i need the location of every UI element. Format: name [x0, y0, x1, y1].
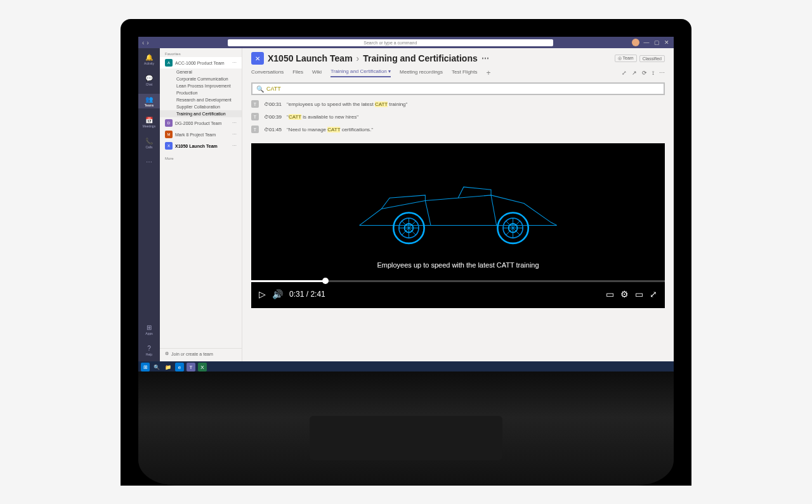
rail-teams[interactable]: 👥 Teams: [138, 94, 160, 108]
team-badge: X: [165, 142, 173, 150]
help-icon: ?: [145, 344, 153, 352]
rail-more[interactable]: ⋯: [138, 157, 160, 167]
transcript-badge-icon: T: [251, 113, 259, 120]
taskbar-teams-icon[interactable]: T: [187, 363, 195, 372]
channel-lean[interactable]: Lean Process Improvement: [160, 82, 242, 89]
rail-help[interactable]: ? Help: [138, 343, 160, 358]
taskbar-excel-icon[interactable]: X: [198, 363, 207, 372]
start-button[interactable]: ⊞: [141, 363, 150, 372]
join-create-team[interactable]: ⚙ Join or create a team: [160, 348, 242, 359]
team-more-icon[interactable]: ⋯: [232, 120, 237, 126]
pin-icon[interactable]: ⟟: [652, 70, 654, 77]
team-name: DG-2000 Product Team: [175, 121, 221, 126]
taskbar-edge-icon[interactable]: e: [175, 363, 184, 372]
taskbar-explorer-icon[interactable]: 📁: [164, 363, 173, 372]
video-progress[interactable]: [251, 280, 665, 282]
channel-tabs: Conversations Files Wiki Training and Ce…: [251, 68, 665, 77]
theater-icon[interactable]: ▭: [635, 289, 643, 299]
nav-forward-icon[interactable]: ›: [147, 39, 148, 46]
command-search-placeholder: Search or type a command: [363, 41, 417, 45]
laptop-frame: ‹ › Search or type a command — ▢ ✕ 🔔 Act…: [121, 19, 691, 486]
result-timestamp: ⏱01:45: [264, 127, 282, 132]
tab-meeting-recordings[interactable]: Meeting recordings: [400, 69, 443, 77]
refresh-icon[interactable]: ⟳: [642, 70, 647, 77]
titlebar: ‹ › Search or type a command — ▢ ✕: [138, 37, 674, 48]
tab-files[interactable]: Files: [292, 69, 303, 77]
video-canvas[interactable]: Employees up to speed with the latest CA…: [251, 143, 665, 280]
crumb-channel: Training and Certificiations: [363, 53, 477, 63]
play-icon[interactable]: ▷: [259, 289, 266, 299]
result-row[interactable]: T ⏱00:39 "CATT is available to new hires…: [251, 113, 665, 120]
more-icon[interactable]: ⋯: [481, 54, 489, 63]
video-player: Employees up to speed with the latest CA…: [251, 143, 665, 308]
team-mark8[interactable]: M Mark 8 Project Team ⋯: [160, 129, 242, 140]
screen: ‹ › Search or type a command — ▢ ✕ 🔔 Act…: [138, 37, 674, 373]
result-row[interactable]: T ⏱00:31 "employees up to speed with the…: [251, 100, 665, 108]
expand-icon[interactable]: ⤢: [622, 70, 627, 77]
tab-training[interactable]: Training and Certification ▾: [331, 68, 391, 77]
sidebar: Favorites A ACC-1000 Product Team ⋯ Gene…: [160, 48, 242, 361]
more-icon[interactable]: ⋯: [659, 70, 665, 77]
progress-thumb[interactable]: [322, 278, 329, 284]
team-name: X1050 Launch Team: [175, 144, 218, 148]
chevron-down-icon: ▾: [388, 68, 391, 74]
result-row[interactable]: T ⏱01:45 "Need to manage CATT certificat…: [251, 126, 665, 133]
team-x1050[interactable]: X X1050 Launch Team ⋯: [160, 140, 242, 152]
transcript-search[interactable]: 🔍: [251, 82, 665, 95]
team-dg2000[interactable]: D DG-2000 Product Team ⋯: [160, 117, 242, 129]
channel-production[interactable]: Production: [160, 89, 242, 96]
channel-supplier[interactable]: Supplier Collaboration: [160, 103, 242, 110]
fullscreen-icon[interactable]: ⤢: [650, 289, 657, 299]
transcript-search-input[interactable]: [266, 86, 660, 92]
rail-apps[interactable]: ⊞ Apps: [138, 322, 160, 337]
channel-corpcomm[interactable]: Corporate Communication: [160, 75, 242, 82]
team-badge: M: [165, 131, 173, 138]
video-controls: ▷ 🔊 0:31 / 2:41 ▭ ⚙ ▭ ⤢: [251, 280, 665, 308]
avatar[interactable]: [632, 39, 639, 46]
volume-icon[interactable]: 🔊: [272, 289, 283, 299]
more-icon: ⋯: [145, 158, 153, 165]
taskbar-search-icon[interactable]: 🔍: [152, 363, 161, 372]
bell-icon: 🔔: [145, 53, 153, 61]
search-results: T ⏱00:31 "employees up to speed with the…: [251, 100, 665, 133]
maximize-icon[interactable]: ▢: [653, 39, 660, 46]
minimize-icon[interactable]: —: [643, 39, 650, 46]
team-more-icon[interactable]: ⋯: [232, 143, 237, 148]
tab-test-flights[interactable]: Test Flights: [452, 69, 477, 77]
channel-research[interactable]: Research and Development: [160, 96, 242, 103]
classified-pill[interactable]: Classified: [639, 55, 665, 62]
keyboard: [138, 372, 674, 486]
popout-icon[interactable]: ↗: [632, 70, 637, 77]
nav-back-icon[interactable]: ‹: [142, 39, 144, 46]
channel-training[interactable]: Training and Certification: [160, 110, 242, 117]
team-badge: D: [165, 119, 173, 127]
calendar-icon: 📅: [145, 116, 153, 124]
tab-wiki[interactable]: Wiki: [312, 69, 322, 77]
team-big-badge: ✕: [251, 52, 264, 65]
sidebar-more[interactable]: More: [160, 155, 242, 162]
rail-calls[interactable]: 📞 Calls: [138, 136, 160, 150]
crumb-team[interactable]: X1050 Launch Team: [268, 53, 353, 63]
video-graphic: [313, 171, 603, 253]
team-badge: A: [165, 59, 173, 67]
sidebar-favorites-label: Favorites: [160, 51, 242, 57]
settings-icon[interactable]: ⚙: [620, 289, 629, 299]
team-more-icon[interactable]: ⋯: [232, 60, 237, 65]
phone-icon: 📞: [145, 137, 153, 145]
add-tab-button[interactable]: +: [487, 68, 491, 77]
team-pill[interactable]: ◎ Team: [615, 55, 637, 62]
channel-general[interactable]: General: [160, 68, 242, 75]
rail-chat[interactable]: 💬 Chat: [138, 73, 160, 87]
search-icon: 🔍: [256, 86, 264, 93]
video-caption: Employees up to speed with the latest CA…: [251, 261, 665, 269]
team-more-icon[interactable]: ⋯: [232, 132, 237, 137]
team-acc1000[interactable]: A ACC-1000 Product Team ⋯: [160, 57, 242, 68]
rail-meetings[interactable]: 📅 Meetings: [138, 115, 160, 129]
rail-activity[interactable]: 🔔 Activity: [138, 52, 160, 67]
captions-icon[interactable]: ▭: [606, 289, 614, 299]
result-text: "employees up to speed with the latest C…: [287, 101, 407, 107]
command-search[interactable]: Search or type a command: [228, 39, 553, 46]
teams-icon: 👥: [145, 95, 153, 103]
close-icon[interactable]: ✕: [664, 39, 670, 46]
tab-conversations[interactable]: Conversations: [251, 69, 284, 77]
